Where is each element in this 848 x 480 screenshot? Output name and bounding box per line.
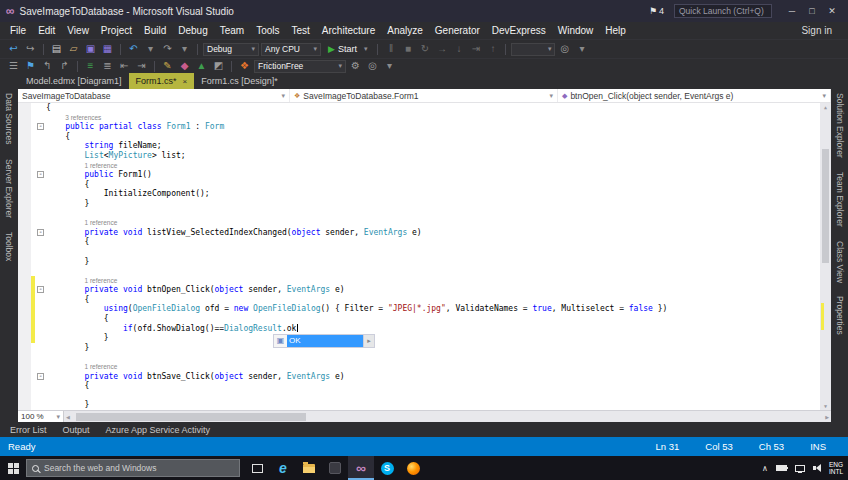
- type-dropdown[interactable]: ❖ SaveImageToDatabase.Form1 ▾: [290, 89, 558, 102]
- member-dropdown[interactable]: ◆ btnOpen_Click(object sender, EventArgs…: [558, 89, 831, 102]
- breakpoint-margin[interactable]: [18, 237, 31, 247]
- menu-project[interactable]: Project: [95, 25, 138, 36]
- scroll-left-icon[interactable]: ◀: [66, 414, 70, 420]
- sign-in-button[interactable]: Sign in: [801, 25, 848, 36]
- intellisense-expander-icon[interactable]: ▸: [363, 335, 374, 347]
- stop-debugging-icon[interactable]: ■: [400, 42, 415, 56]
- breakpoint-margin[interactable]: [18, 122, 31, 132]
- codelens-references[interactable]: 1 reference: [46, 161, 117, 171]
- menu-analyze[interactable]: Analyze: [381, 25, 429, 36]
- codelens-references[interactable]: 1 reference: [46, 276, 117, 286]
- codelens-references[interactable]: 1 reference: [46, 218, 117, 228]
- quick-info-icon[interactable]: ☰: [6, 59, 21, 73]
- screenshot-icon[interactable]: ◎: [365, 59, 380, 73]
- task-view-taskbar-button[interactable]: [244, 456, 270, 480]
- file-explorer-taskbar-button[interactable]: [296, 456, 322, 480]
- step-out-icon[interactable]: ↑: [485, 42, 500, 56]
- document-tab-form1-cs-design[interactable]: Form1.cs [Design]*: [194, 73, 285, 89]
- step-into-icon[interactable]: ↓: [451, 42, 466, 56]
- coderush-icon[interactable]: ❖: [237, 59, 252, 73]
- breakpoint-margin[interactable]: [18, 362, 31, 372]
- redo-dropdown-icon[interactable]: ▾: [177, 42, 192, 56]
- menu-build[interactable]: Build: [138, 25, 172, 36]
- close-button[interactable]: ✕: [822, 6, 842, 16]
- code-provider-combo[interactable]: FrictionFree▾: [254, 60, 346, 73]
- show-hidden-icons-button[interactable]: ∧: [762, 464, 768, 473]
- code-editor[interactable]: {3 references-public partial class Form1…: [18, 103, 831, 410]
- solution-platform-combo[interactable]: Any CPU▾: [261, 43, 321, 56]
- menu-generator[interactable]: Generator: [429, 25, 486, 36]
- breakpoint-margin[interactable]: [18, 333, 31, 343]
- vertical-scrollbar[interactable]: ▲ ▼: [820, 103, 831, 410]
- network-icon[interactable]: [795, 465, 805, 472]
- show-next-statement-icon[interactable]: →: [434, 42, 449, 56]
- solution-configuration-combo[interactable]: Debug▾: [203, 43, 259, 56]
- menu-devexpress[interactable]: DevExpress: [486, 25, 552, 36]
- menu-file[interactable]: File: [4, 25, 32, 36]
- coderush-options-icon[interactable]: ⚙: [348, 59, 363, 73]
- start-debugging-button[interactable]: ▶Start▾: [323, 44, 372, 54]
- breakpoint-margin[interactable]: [18, 228, 31, 238]
- quick-launch-input[interactable]: Quick Launch (Ctrl+Q): [674, 4, 772, 18]
- comment-selection-icon[interactable]: ≡: [83, 59, 98, 73]
- refactor-icon[interactable]: ✎: [160, 59, 175, 73]
- find-in-files-icon[interactable]: ◎: [557, 42, 572, 56]
- breakpoint-margin[interactable]: [18, 180, 31, 190]
- scroll-up-icon[interactable]: ▲: [820, 104, 831, 110]
- dock-tab-solution-explorer[interactable]: Solution Explorer: [835, 93, 845, 158]
- next-bookmark-icon[interactable]: ↱: [57, 59, 72, 73]
- menu-architecture[interactable]: Architecture: [316, 25, 381, 36]
- save-icon[interactable]: ▣: [83, 42, 98, 56]
- collapse-region-icon[interactable]: -: [37, 229, 44, 236]
- breakpoint-margin[interactable]: [18, 372, 31, 382]
- menu-view[interactable]: View: [61, 25, 95, 36]
- decrease-indent-icon[interactable]: ⇤: [117, 59, 132, 73]
- zoom-dropdown[interactable]: 100 % ▾: [18, 411, 64, 422]
- dock-tab-data-sources[interactable]: Data Sources: [4, 93, 14, 145]
- menu-help[interactable]: Help: [599, 25, 632, 36]
- breakpoint-margin[interactable]: [18, 266, 31, 276]
- breakpoint-margin[interactable]: [18, 391, 31, 401]
- breakpoint-margin[interactable]: [18, 247, 31, 257]
- breakpoint-margin[interactable]: [18, 285, 31, 295]
- codelens-references[interactable]: 1 reference: [46, 362, 117, 372]
- breakpoint-margin[interactable]: [18, 295, 31, 305]
- menu-test[interactable]: Test: [286, 25, 316, 36]
- redo-icon[interactable]: ↷: [160, 42, 175, 56]
- menu-tools[interactable]: Tools: [250, 25, 285, 36]
- scroll-right-icon[interactable]: ▶: [825, 414, 829, 420]
- collapse-region-icon[interactable]: -: [37, 286, 44, 293]
- navigate-backward-icon[interactable]: ↩: [6, 42, 21, 56]
- breakpoint-margin[interactable]: [18, 113, 31, 123]
- increase-indent-icon[interactable]: ⇥: [134, 59, 149, 73]
- menu-edit[interactable]: Edit: [32, 25, 61, 36]
- breakpoint-margin[interactable]: [18, 132, 31, 142]
- undo-dropdown-icon[interactable]: ▾: [143, 42, 158, 56]
- breakpoint-margin[interactable]: [18, 151, 31, 161]
- skype-taskbar-button[interactable]: S: [374, 456, 400, 480]
- battery-icon[interactable]: [776, 465, 787, 471]
- breakpoint-margin[interactable]: [18, 209, 31, 219]
- open-file-icon[interactable]: ▱: [66, 42, 81, 56]
- breakpoint-margin[interactable]: [18, 161, 31, 171]
- breakpoint-margin[interactable]: [18, 170, 31, 180]
- breakpoint-margin[interactable]: [18, 257, 31, 267]
- toggle-bookmark-icon[interactable]: ⚑: [23, 59, 38, 73]
- dock-tab-toolbox[interactable]: Toolbox: [4, 232, 14, 261]
- start-button[interactable]: [0, 456, 26, 480]
- breakpoint-margin[interactable]: [18, 400, 31, 410]
- breakpoint-margin[interactable]: [18, 276, 31, 286]
- dock-tab-team-explorer[interactable]: Team Explorer: [835, 172, 845, 227]
- menu-debug[interactable]: Debug: [172, 25, 213, 36]
- breakpoint-margin[interactable]: [18, 103, 31, 113]
- document-tab-form1-cs[interactable]: Form1.cs*×: [129, 73, 195, 89]
- panel-tab-error-list[interactable]: Error List: [10, 425, 47, 435]
- horizontal-scrollbar[interactable]: ◀ ▶: [64, 411, 831, 422]
- breakpoint-margin[interactable]: [18, 189, 31, 199]
- breakpoint-margin[interactable]: [18, 314, 31, 324]
- new-project-icon[interactable]: ▤: [49, 42, 64, 56]
- collapse-region-icon[interactable]: -: [37, 171, 44, 178]
- intellisense-item[interactable]: ▣OK: [274, 335, 363, 347]
- breakpoint-margin[interactable]: [18, 324, 31, 334]
- toolbar-overflow-icon[interactable]: ▾: [382, 59, 397, 73]
